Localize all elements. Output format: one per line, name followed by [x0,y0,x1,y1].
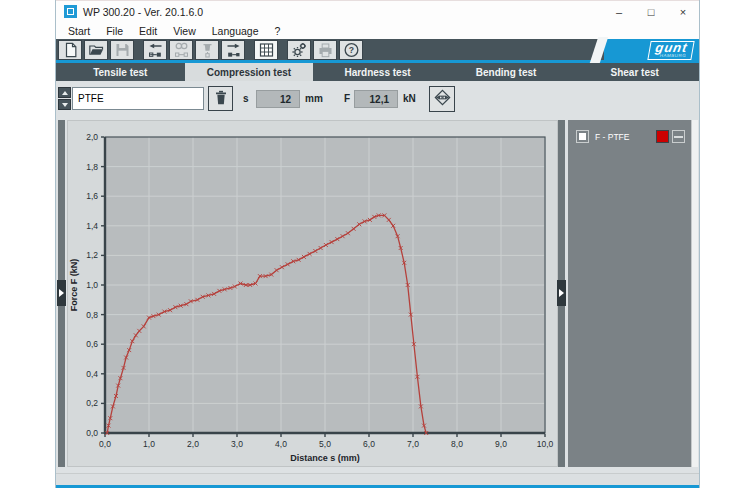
svg-text:8,0: 8,0 [451,439,463,449]
control-row: s 12 mm F 12,1 kN [56,85,699,113]
delete-sample-button[interactable] [208,86,233,111]
menu-item-edit[interactable]: Edit [131,24,165,38]
svg-text:0,2: 0,2 [86,398,98,408]
menu-item-[interactable]: ? [267,24,289,38]
step-back-button[interactable] [143,40,167,60]
tab-bending-test[interactable]: Bending test [442,63,571,81]
step-loop-icon [173,42,190,58]
window-title: WP 300.20 - Ver. 20.1.6.0 [83,6,203,18]
svg-text:3,0: 3,0 [231,439,243,449]
tare-icon [433,88,452,110]
svg-text:0,8: 0,8 [86,310,98,320]
help-button[interactable]: ? [339,40,363,60]
force-value: 12,1 [354,90,398,108]
title-bar: WP 300.20 - Ver. 20.1.6.0 – □ × [56,0,699,22]
svg-text:9,0: 9,0 [495,439,507,449]
svg-text:Distance s (mm): Distance s (mm) [290,453,360,463]
legend-item: F - PTFE [576,130,685,143]
svg-text:10,0: 10,0 [537,439,554,449]
svg-text:0,0: 0,0 [99,439,111,449]
step-loop-button[interactable] [169,40,193,60]
maximize-button[interactable]: □ [635,1,667,23]
sample-spinner [58,87,71,111]
step-forward-button[interactable] [221,40,245,60]
print-button[interactable] [313,40,337,60]
step-back-icon [147,42,164,58]
grid-view-icon [258,42,275,58]
toolbar-group: ? [287,40,365,60]
test-tab-bar: Tensile testCompression testHardness tes… [56,63,699,81]
up-arrow-icon [62,91,68,95]
open-file-icon [88,42,105,58]
close-button[interactable]: × [667,1,699,23]
expand-left-panel-button[interactable] [57,280,66,306]
legend-panel: F - PTFE [568,120,691,467]
svg-text:2,0: 2,0 [86,132,98,142]
tab-hardness-test[interactable]: Hardness test [313,63,442,81]
tab-shear-test[interactable]: Shear test [570,63,699,81]
settings-icon [291,42,308,58]
right-panel-strip [558,120,565,467]
step-forward-icon [225,42,242,58]
menu-item-view[interactable]: View [165,24,204,38]
settings-button[interactable] [287,40,311,60]
distance-unit: mm [305,93,323,104]
down-arrow-icon [62,103,68,107]
svg-text:1,4: 1,4 [86,221,98,231]
force-distance-chart: 0,01,02,03,04,05,06,07,08,09,010,00,00,2… [68,121,557,466]
spinner-down-button[interactable] [58,99,71,110]
svg-text:1,2: 1,2 [86,250,98,260]
chevron-right-icon [59,289,64,297]
tab-compression-test[interactable]: Compression test [185,63,314,81]
left-panel-strip [58,120,65,467]
line-style-icon [674,136,683,138]
sample-name-input[interactable] [72,87,204,110]
svg-text:0,0: 0,0 [86,428,98,438]
svg-text:1,0: 1,0 [143,439,155,449]
app-window: WP 300.20 - Ver. 20.1.6.0 – □ × StartFil… [55,0,700,488]
distance-label: s [243,93,249,104]
open-file-button[interactable] [84,40,108,60]
main-area: 0,01,02,03,04,05,06,07,08,09,010,00,00,2… [56,113,699,473]
toolbar-group [143,40,247,60]
svg-text:6,0: 6,0 [363,439,375,449]
help-icon: ? [343,42,360,58]
distance-value: 12 [256,90,300,108]
svg-text:0,4: 0,4 [86,369,98,379]
legend-scrollbar[interactable] [691,120,698,467]
app-icon [64,5,77,18]
svg-text:1,0: 1,0 [86,280,98,290]
series-label: F - PTFE [595,132,656,142]
menu-item-language[interactable]: Language [204,24,267,38]
step-delete-button[interactable] [195,40,219,60]
svg-text:5,0: 5,0 [319,439,331,449]
menu-item-file[interactable]: File [98,24,131,38]
minimize-button[interactable]: – [603,1,635,23]
series-visibility-checkbox[interactable] [576,130,589,143]
print-icon [317,42,334,58]
toolbar: ? gunt HAMBURG [56,39,699,63]
line-style-button[interactable] [672,130,685,143]
new-file-button[interactable] [58,40,82,60]
step-delete-icon [199,42,216,58]
svg-text:2,0: 2,0 [187,439,199,449]
svg-text:4,0: 4,0 [275,439,287,449]
toolbar-group [254,40,280,60]
menu-item-start[interactable]: Start [60,24,98,38]
expand-right-panel-button[interactable] [557,280,566,306]
new-file-icon [62,42,79,58]
trash-icon [213,89,229,109]
save-file-button[interactable] [110,40,134,60]
svg-text:0,6: 0,6 [86,339,98,349]
status-bar [56,473,699,488]
window-controls: – □ × [603,1,699,23]
spinner-up-button[interactable] [58,87,71,98]
tab-tensile-test[interactable]: Tensile test [56,63,185,81]
tare-button[interactable] [429,86,455,112]
grid-view-button[interactable] [254,40,278,60]
force-unit: kN [403,93,416,104]
gunt-logo: gunt HAMBURG [604,39,699,60]
series-color-swatch[interactable] [656,130,669,143]
svg-text:7,0: 7,0 [407,439,419,449]
svg-text:1,8: 1,8 [86,162,98,172]
